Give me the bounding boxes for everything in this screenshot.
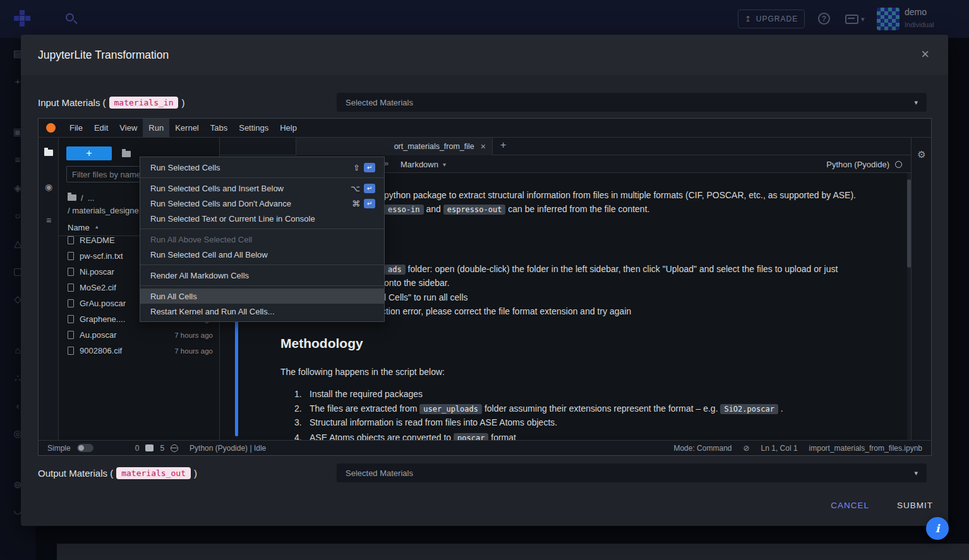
sort-caret-icon: ▴: [95, 223, 99, 230]
home-folder-icon[interactable]: [68, 193, 76, 203]
file-icon: [68, 252, 74, 260]
file-icon: [68, 331, 74, 339]
mode-indicator: Mode: Command: [673, 444, 731, 453]
enter-key-icon: ↵: [364, 163, 375, 172]
name-column-header[interactable]: Name: [68, 223, 90, 232]
breadcrumb-current[interactable]: / materials_designe: [68, 206, 139, 215]
tab-label: ort_materials_from_file: [394, 142, 474, 151]
screen: ↥ UPGRADE ? ▾ demo Individual ▤ + ▣ ≡ ◈ …: [0, 0, 969, 560]
jupyter-statusbar: Simple 0 5 Python (Pyodide) | Idle Mode:…: [39, 440, 931, 455]
submit-button[interactable]: SUBMIT: [897, 501, 933, 510]
file-icon: [68, 299, 74, 307]
kernel-indicator[interactable]: Python (Pyodide): [826, 155, 902, 173]
tab-close-icon[interactable]: ×: [481, 141, 486, 152]
md-paragraph: The following happens in the script belo…: [280, 366, 445, 378]
menu-item-restart-run-all[interactable]: Restart Kernel and Run All Cells...: [140, 304, 384, 319]
menu-item-run-all-cells[interactable]: Run All Cells: [140, 289, 384, 304]
file-browser-icon[interactable]: [44, 148, 53, 158]
file-name: Graphene....: [80, 314, 125, 324]
file-icon: [68, 315, 74, 323]
cell-type-dropdown[interactable]: Markdown ▾: [400, 155, 446, 173]
inline-code: esso-in: [384, 205, 424, 215]
close-icon[interactable]: ×: [921, 47, 929, 61]
menu-divider: [140, 285, 384, 286]
file-name: pw-scf.in.txt: [80, 251, 123, 261]
menu-kernel[interactable]: Kernel: [169, 119, 205, 137]
new-launcher-button[interactable]: +: [66, 146, 112, 160]
output-materials-placeholder: Selected Materials: [346, 468, 914, 478]
menu-item-run-dont-advance[interactable]: Run Selected Cells and Don't Advance ⌘↵: [140, 196, 384, 211]
file-row[interactable]: 9002806.cif7 hours ago: [59, 343, 219, 359]
file-icon: [68, 283, 74, 292]
kernel-status-text: Python (Pyodide) | Idle: [190, 444, 266, 453]
jupyterlite-frame: File Edit View Run Kernel Tabs Settings …: [38, 118, 932, 456]
file-name: 9002806.cif: [80, 346, 122, 355]
new-tab-icon[interactable]: +: [500, 140, 506, 151]
file-name: Ni.poscar: [80, 267, 114, 277]
kernel-name: Python (Pyodide): [826, 160, 889, 169]
file-icon: [68, 268, 74, 276]
menu-tabs[interactable]: Tabs: [205, 119, 233, 137]
menu-item-run-all-above[interactable]: Run All Above Selected Cell: [140, 232, 384, 247]
inline-code: SiO2.poscar: [720, 404, 778, 414]
output-materials-chip: materials_out: [116, 467, 191, 479]
kernels-count: 5: [160, 444, 164, 453]
running-sessions-icon[interactable]: ◉: [45, 182, 52, 192]
paren-close: ): [194, 468, 197, 479]
cancel-button[interactable]: CANCEL: [831, 501, 869, 510]
menu-item-run-insert-below[interactable]: Run Selected Cells and Insert Below ⌥↵: [140, 181, 384, 196]
run-menu: Run Selected Cells ⇧↵ Run Selected Cells…: [140, 157, 385, 322]
menu-divider: [140, 265, 384, 265]
input-materials-chip: materials_in: [109, 97, 179, 109]
notebook-tab[interactable]: ort_materials_from_file ×: [296, 138, 493, 155]
input-materials-placeholder: Selected Materials: [346, 98, 914, 107]
file-icon: [68, 236, 74, 244]
dialog-header: JupyterLite Transformation ×: [21, 35, 948, 75]
inline-code: ads: [384, 265, 406, 275]
toolbar-chevron-icon[interactable]: »: [384, 158, 388, 168]
breadcrumb-ellipsis[interactable]: ...: [88, 193, 95, 203]
file-name: Au.poscar: [80, 330, 117, 340]
md-paragraph: esso-in and espresso-out can be inferred…: [384, 203, 649, 215]
gear-icon[interactable]: ⚙: [917, 149, 925, 160]
menu-item-run-all-below[interactable]: Run Selected Cell and All Below: [140, 247, 384, 262]
md-list-item: 2.The files are extracted from user_uplo…: [294, 403, 783, 415]
file-name: README: [80, 235, 115, 245]
menu-file[interactable]: File: [64, 119, 88, 137]
menu-item-run-text-in-console[interactable]: Run Selected Text or Current Line in Con…: [140, 211, 384, 226]
command-key-icon: ⌘: [352, 199, 360, 208]
info-fab-button[interactable]: i: [926, 517, 949, 540]
inline-code: user_uploads: [419, 404, 482, 414]
output-materials-select[interactable]: Selected Materials ▾: [337, 463, 927, 482]
cell-type-value: Markdown: [400, 160, 438, 169]
menu-view[interactable]: View: [114, 119, 143, 137]
globe-icon: [171, 444, 178, 452]
dialog-title: JupyterLite Transformation: [38, 35, 169, 75]
menu-help[interactable]: Help: [274, 119, 303, 137]
simple-mode-toggle[interactable]: [77, 444, 93, 452]
new-folder-icon[interactable]: [122, 148, 131, 160]
md-list-item: 3.Structural information is read from fi…: [294, 417, 557, 428]
md-list-item: l Cells" to run all cells: [384, 292, 468, 303]
caret-down-icon: ▾: [443, 161, 446, 168]
menu-run[interactable]: Run: [143, 119, 169, 137]
input-materials-label: Input Materials ( materials_in ): [38, 93, 184, 112]
menu-item-render-markdown[interactable]: Render All Markdown Cells: [140, 268, 384, 283]
file-modified: 7 hours ago: [174, 347, 213, 355]
terminal-icon: [145, 444, 153, 451]
file-row[interactable]: Au.poscar7 hours ago: [59, 327, 219, 343]
input-materials-select[interactable]: Selected Materials ▾: [337, 93, 927, 112]
md-list-item: ads folder: open (double-click) the fold…: [384, 263, 838, 275]
md-heading: Methodology: [280, 336, 363, 351]
table-of-contents-icon[interactable]: ≡: [46, 215, 51, 225]
menu-settings[interactable]: Settings: [233, 119, 274, 137]
simple-mode-label: Simple: [47, 444, 71, 453]
inline-code: poscar: [454, 433, 488, 440]
menu-divider: [140, 177, 384, 178]
jupyter-body: ◉ ≡ + / ... / materials_designe Name: [39, 138, 931, 440]
enter-key-icon: ↵: [364, 184, 375, 193]
menu-edit[interactable]: Edit: [88, 119, 114, 137]
jupyter-logo-icon: [46, 123, 56, 133]
menu-item-run-selected-cells[interactable]: Run Selected Cells ⇧↵: [140, 160, 384, 175]
tab-bar: ort_materials_from_file × +: [220, 138, 911, 155]
